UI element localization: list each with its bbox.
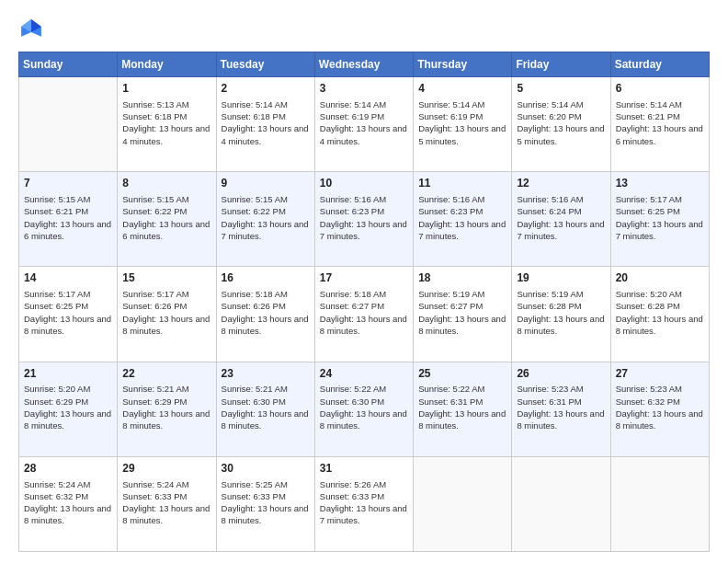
calendar-cell: 8Sunrise: 5:15 AMSunset: 6:22 PMDaylight… (118, 172, 216, 267)
sunrise-text: Sunrise: 5:21 AM (222, 384, 288, 394)
sunrise-text: Sunrise: 5:14 AM (222, 99, 288, 109)
day-number: 23 (222, 366, 310, 382)
calendar-cell: 30Sunrise: 5:25 AMSunset: 6:33 PMDayligh… (216, 456, 314, 551)
sunset-text: Sunset: 6:26 PM (222, 301, 286, 311)
sunrise-text: Sunrise: 5:15 AM (222, 194, 288, 204)
daylight-text: Daylight: 13 hours and 6 minutes. (122, 219, 210, 241)
daylight-text: Daylight: 13 hours and 8 minutes. (517, 408, 604, 431)
sunrise-text: Sunrise: 5:14 AM (616, 99, 682, 109)
day-number: 20 (616, 270, 704, 286)
calendar-cell: 7Sunrise: 5:15 AMSunset: 6:21 PMDaylight… (19, 172, 118, 267)
sunset-text: Sunset: 6:29 PM (24, 396, 88, 407)
sunrise-text: Sunrise: 5:23 AM (517, 384, 583, 394)
sunrise-text: Sunrise: 5:14 AM (418, 99, 484, 109)
calendar-cell: 6Sunrise: 5:14 AMSunset: 6:21 PMDaylight… (610, 77, 709, 172)
calendar-week-5: 28Sunrise: 5:24 AMSunset: 6:32 PMDayligh… (19, 456, 710, 551)
day-number: 15 (122, 270, 210, 286)
daylight-text: Daylight: 13 hours and 8 minutes. (222, 408, 309, 431)
sunset-text: Sunset: 6:27 PM (320, 301, 384, 311)
sunrise-text: Sunrise: 5:24 AM (24, 479, 90, 489)
daylight-text: Daylight: 13 hours and 8 minutes. (320, 314, 407, 336)
daylight-text: Daylight: 13 hours and 6 minutes. (616, 123, 703, 145)
calendar-cell (414, 456, 512, 551)
sunrise-text: Sunrise: 5:14 AM (517, 99, 583, 109)
sunrise-text: Sunrise: 5:25 AM (222, 479, 288, 489)
calendar-cell: 2Sunrise: 5:14 AMSunset: 6:18 PMDaylight… (216, 77, 314, 172)
sunrise-text: Sunrise: 5:22 AM (320, 384, 386, 394)
sunset-text: Sunset: 6:33 PM (222, 491, 286, 501)
day-number: 17 (320, 270, 408, 286)
sunset-text: Sunset: 6:25 PM (24, 301, 88, 311)
calendar-cell: 22Sunrise: 5:21 AMSunset: 6:29 PMDayligh… (118, 362, 216, 456)
day-number: 18 (418, 270, 506, 286)
sunset-text: Sunset: 6:27 PM (418, 301, 483, 311)
sunset-text: Sunset: 6:19 PM (418, 111, 483, 121)
logo (18, 17, 48, 42)
daylight-text: Daylight: 13 hours and 7 minutes. (320, 219, 407, 241)
calendar-cell: 9Sunrise: 5:15 AMSunset: 6:22 PMDaylight… (216, 172, 314, 267)
sunset-text: Sunset: 6:23 PM (320, 206, 384, 216)
sunrise-text: Sunrise: 5:17 AM (616, 194, 682, 204)
day-number: 30 (222, 461, 310, 477)
sunset-text: Sunset: 6:18 PM (222, 111, 286, 121)
calendar-week-3: 14Sunrise: 5:17 AMSunset: 6:25 PMDayligh… (19, 267, 710, 362)
daylight-text: Daylight: 13 hours and 6 minutes. (24, 219, 111, 241)
daylight-text: Daylight: 13 hours and 8 minutes. (222, 314, 309, 336)
daylight-text: Daylight: 13 hours and 8 minutes. (122, 408, 210, 431)
calendar-cell: 31Sunrise: 5:26 AMSunset: 6:33 PMDayligh… (314, 456, 413, 551)
page: SundayMondayTuesdayWednesdayThursdayFrid… (0, 0, 728, 563)
calendar-cell: 26Sunrise: 5:23 AMSunset: 6:31 PMDayligh… (512, 362, 610, 456)
calendar-cell: 17Sunrise: 5:18 AMSunset: 6:27 PMDayligh… (314, 267, 413, 362)
sunset-text: Sunset: 6:30 PM (222, 396, 286, 407)
calendar-cell: 4Sunrise: 5:14 AMSunset: 6:19 PMDaylight… (414, 77, 512, 172)
sunrise-text: Sunrise: 5:22 AM (418, 384, 484, 394)
sunset-text: Sunset: 6:21 PM (24, 206, 88, 216)
daylight-text: Daylight: 13 hours and 8 minutes. (122, 314, 210, 336)
sunset-text: Sunset: 6:21 PM (616, 111, 680, 121)
sunrise-text: Sunrise: 5:13 AM (122, 99, 188, 109)
calendar-cell: 5Sunrise: 5:14 AMSunset: 6:20 PMDaylight… (512, 77, 610, 172)
calendar-cell: 20Sunrise: 5:20 AMSunset: 6:28 PMDayligh… (610, 267, 709, 362)
daylight-text: Daylight: 13 hours and 8 minutes. (122, 503, 210, 525)
sunset-text: Sunset: 6:22 PM (222, 206, 286, 216)
calendar-cell: 24Sunrise: 5:22 AMSunset: 6:30 PMDayligh… (314, 362, 413, 456)
day-number: 19 (517, 270, 605, 286)
calendar-cell: 15Sunrise: 5:17 AMSunset: 6:26 PMDayligh… (118, 267, 216, 362)
daylight-text: Daylight: 13 hours and 7 minutes. (222, 219, 309, 241)
calendar-cell: 27Sunrise: 5:23 AMSunset: 6:32 PMDayligh… (610, 362, 709, 456)
sunrise-text: Sunrise: 5:26 AM (320, 479, 386, 489)
calendar-cell: 16Sunrise: 5:18 AMSunset: 6:26 PMDayligh… (216, 267, 314, 362)
sunrise-text: Sunrise: 5:19 AM (418, 289, 484, 299)
sunrise-text: Sunrise: 5:15 AM (122, 194, 188, 204)
daylight-text: Daylight: 13 hours and 8 minutes. (418, 408, 506, 431)
day-header-monday: Monday (118, 52, 216, 77)
sunset-text: Sunset: 6:32 PM (616, 396, 680, 407)
day-number: 25 (418, 366, 506, 382)
sunset-text: Sunset: 6:31 PM (517, 396, 581, 407)
header (18, 17, 710, 42)
calendar-cell: 1Sunrise: 5:13 AMSunset: 6:18 PMDaylight… (118, 77, 216, 172)
sunset-text: Sunset: 6:18 PM (122, 111, 187, 121)
calendar-header-row: SundayMondayTuesdayWednesdayThursdayFrid… (19, 52, 710, 77)
calendar-cell (610, 456, 709, 551)
calendar-cell: 28Sunrise: 5:24 AMSunset: 6:32 PMDayligh… (19, 456, 118, 551)
day-number: 27 (616, 366, 704, 382)
sunset-text: Sunset: 6:33 PM (122, 491, 187, 501)
sunrise-text: Sunrise: 5:16 AM (418, 194, 484, 204)
daylight-text: Daylight: 13 hours and 4 minutes. (320, 123, 407, 145)
sunset-text: Sunset: 6:22 PM (122, 206, 187, 216)
calendar-cell: 14Sunrise: 5:17 AMSunset: 6:25 PMDayligh… (19, 267, 118, 362)
sunset-text: Sunset: 6:24 PM (517, 206, 581, 216)
day-number: 5 (517, 81, 605, 97)
day-number: 22 (122, 366, 210, 382)
day-number: 31 (320, 461, 408, 477)
calendar-body: 1Sunrise: 5:13 AMSunset: 6:18 PMDaylight… (19, 77, 710, 552)
calendar-week-1: 1Sunrise: 5:13 AMSunset: 6:18 PMDaylight… (19, 77, 710, 172)
calendar-cell: 19Sunrise: 5:19 AMSunset: 6:28 PMDayligh… (512, 267, 610, 362)
daylight-text: Daylight: 13 hours and 7 minutes. (320, 503, 407, 525)
calendar-cell: 23Sunrise: 5:21 AMSunset: 6:30 PMDayligh… (216, 362, 314, 456)
day-header-friday: Friday (512, 52, 610, 77)
sunrise-text: Sunrise: 5:21 AM (122, 384, 188, 394)
day-number: 26 (517, 366, 605, 382)
calendar-week-4: 21Sunrise: 5:20 AMSunset: 6:29 PMDayligh… (19, 362, 710, 456)
